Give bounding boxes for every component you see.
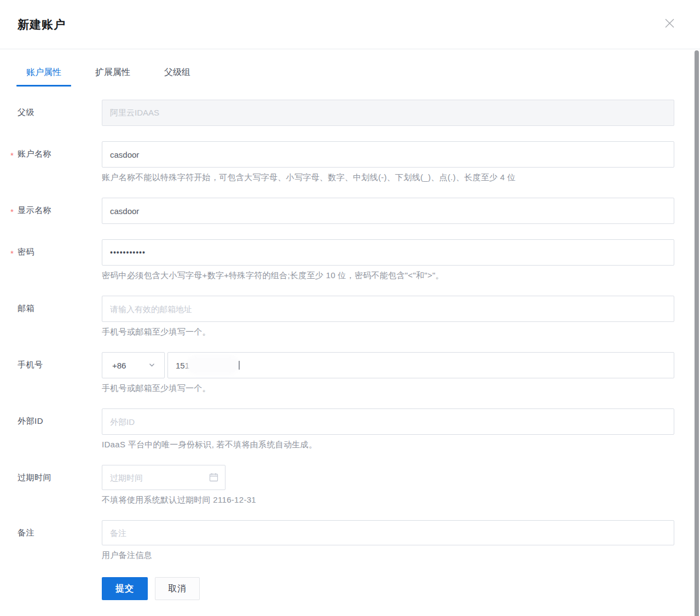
phone-label: 手机号 (0, 352, 102, 393)
required-marker: * (10, 207, 14, 216)
password-help: 密码中必须包含大小写字母+数字+特殊字符的组合;长度至少 10 位，密码不能包含… (102, 270, 674, 280)
scrollbar-thumb[interactable] (695, 50, 699, 616)
form-row-password: * 密码 密码中必须包含大小写字母+数字+特殊字符的组合;长度至少 10 位，密… (0, 239, 700, 280)
form-row-phone: 手机号 +86 手机号或邮箱至少填写一个。 (0, 352, 700, 393)
remark-label: 备注 (0, 520, 102, 560)
remark-help: 用户备注信息 (102, 550, 674, 560)
scrollbar-track[interactable] (694, 49, 699, 616)
form-row-expire-time: 过期时间 不填将使用系统默认过期时间 2116-12-31 (0, 465, 700, 505)
chevron-down-icon (148, 361, 155, 370)
close-icon (664, 18, 675, 31)
tab-parent-group[interactable]: 父级组 (154, 62, 200, 87)
submit-button[interactable]: 提交 (102, 577, 148, 600)
remark-input[interactable] (102, 520, 674, 545)
expire-time-help: 不填将使用系统默认过期时间 2116-12-31 (102, 494, 674, 505)
tab-extended-properties[interactable]: 扩展属性 (85, 62, 140, 87)
required-marker: * (10, 151, 14, 160)
display-name-input[interactable] (102, 198, 674, 224)
country-code-select[interactable]: +86 (102, 352, 165, 378)
close-button[interactable] (663, 18, 676, 31)
expire-time-input[interactable] (102, 465, 225, 490)
account-name-label: * 账户名称 (0, 141, 102, 182)
password-label: * 密码 (0, 239, 102, 280)
email-input[interactable] (102, 296, 674, 322)
email-help: 手机号或邮箱至少填写一个。 (102, 326, 674, 337)
password-input[interactable] (102, 239, 674, 266)
form-row-account-name: * 账户名称 账户名称不能以特殊字符开始，可包含大写字母、小写字母、数字、中划线… (0, 141, 700, 182)
tab-bar: 账户属性 扩展属性 父级组 (16, 62, 700, 87)
phone-help: 手机号或邮箱至少填写一个。 (102, 383, 674, 393)
country-code-value: +86 (112, 361, 126, 370)
new-account-form: 父级 * 账户名称 账户名称不能以特殊字符开始，可包含大写字母、小写字母、数字、… (0, 100, 700, 600)
email-label: 邮箱 (0, 296, 102, 337)
modal-title: 新建账户 (18, 17, 66, 32)
external-id-label: 外部ID (0, 408, 102, 450)
form-row-external-id: 外部ID IDaaS 平台中的唯一身份标识, 若不填将由系统自动生成。 (0, 408, 700, 450)
expire-time-label: 过期时间 (0, 465, 102, 505)
modal-header: 新建账户 (0, 0, 700, 49)
account-name-input[interactable] (102, 141, 674, 168)
form-row-remark: 备注 用户备注信息 (0, 520, 700, 560)
parent-input (102, 100, 674, 126)
parent-label: 父级 (0, 100, 102, 126)
account-name-help: 账户名称不能以特殊字符开始，可包含大写字母、小写字母、数字、中划线(-)、下划线… (102, 172, 674, 182)
cancel-button[interactable]: 取消 (155, 577, 200, 600)
tab-account-properties[interactable]: 账户属性 (16, 62, 71, 87)
phone-input[interactable] (167, 352, 674, 378)
form-row-parent: 父级 (0, 100, 700, 126)
form-row-email: 邮箱 手机号或邮箱至少填写一个。 (0, 296, 700, 337)
external-id-help: IDaaS 平台中的唯一身份标识, 若不填将由系统自动生成。 (102, 439, 674, 450)
required-marker: * (10, 249, 14, 258)
external-id-input[interactable] (102, 408, 674, 435)
form-row-display-name: * 显示名称 (0, 198, 700, 224)
form-actions: 提交 取消 (102, 577, 700, 600)
display-name-label: * 显示名称 (0, 198, 102, 224)
